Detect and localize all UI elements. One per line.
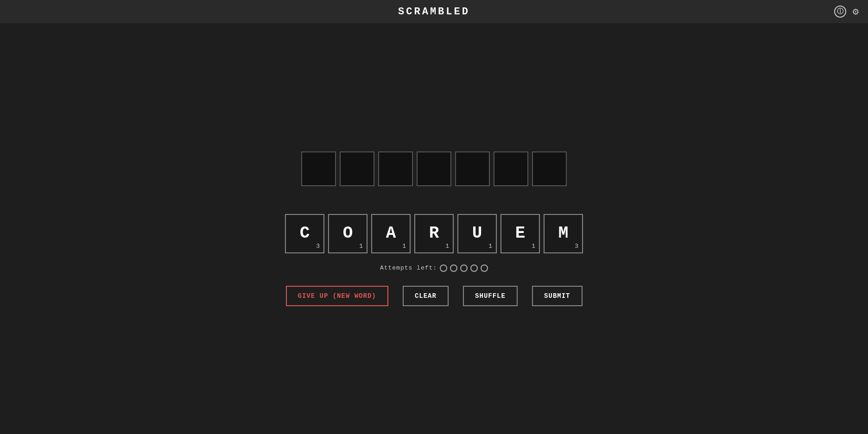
attempt-circle-5 [481,264,488,272]
submit-button[interactable]: SUBMIT [532,286,582,306]
letter-tile-O[interactable]: O 1 [328,214,367,253]
letter-C-score: 3 [316,243,320,250]
shuffle-button[interactable]: SHUFFLE [463,286,518,306]
letter-M-score: 3 [575,243,578,250]
letter-U-score: 1 [488,243,492,250]
answer-row [301,151,567,186]
letter-tile-C[interactable]: C 3 [285,214,324,253]
letter-E-score: 1 [532,243,535,250]
letter-tile-A[interactable]: A 1 [371,214,411,253]
letter-A-char: A [386,225,396,242]
letter-E-char: E [515,225,526,242]
gear-icon[interactable]: ⚙ [853,6,859,18]
answer-tile-4[interactable] [455,151,490,186]
answer-tile-0[interactable] [301,151,336,186]
answer-tile-3[interactable] [417,151,451,186]
answer-tile-2[interactable] [378,151,413,186]
letter-R-char: R [429,225,439,242]
attempt-circle-1 [440,264,447,272]
app-title: SCRAMBLED [398,6,470,18]
attempts-row: Attempts left: [380,264,488,272]
letter-U-char: U [472,225,482,242]
letter-tile-U[interactable]: U 1 [457,214,497,253]
attempt-circle-3 [460,264,468,272]
letter-A-score: 1 [402,243,406,250]
letter-R-score: 1 [445,243,449,250]
attempt-circle-2 [450,264,457,272]
letter-O-char: O [343,225,353,242]
letter-tile-E[interactable]: E 1 [501,214,540,253]
letter-O-score: 1 [359,243,363,250]
letter-tile-R[interactable]: R 1 [414,214,454,253]
main-content: C 3 O 1 A 1 R 1 U 1 E 1 M 3 Attempts lef… [0,23,868,434]
buttons-row: GIVE UP (NEW WORD) CLEAR SHUFFLE SUBMIT [249,286,620,306]
answer-tile-1[interactable] [340,151,374,186]
info-icon[interactable]: ⓘ [834,6,846,18]
letter-tile-M[interactable]: M 3 [544,214,583,253]
give-up-button[interactable]: GIVE UP (NEW WORD) [286,286,388,306]
header-icons: ⓘ ⚙ [834,6,859,18]
attempts-label: Attempts left: [380,264,437,271]
app-header: SCRAMBLED ⓘ ⚙ [0,0,868,23]
clear-button[interactable]: CLEAR [403,286,449,306]
attempt-circle-4 [470,264,478,272]
answer-tile-5[interactable] [494,151,528,186]
answer-tile-6[interactable] [532,151,567,186]
letter-C-char: C [300,225,310,242]
letter-M-char: M [558,225,569,242]
letter-row: C 3 O 1 A 1 R 1 U 1 E 1 M 3 [285,214,583,253]
